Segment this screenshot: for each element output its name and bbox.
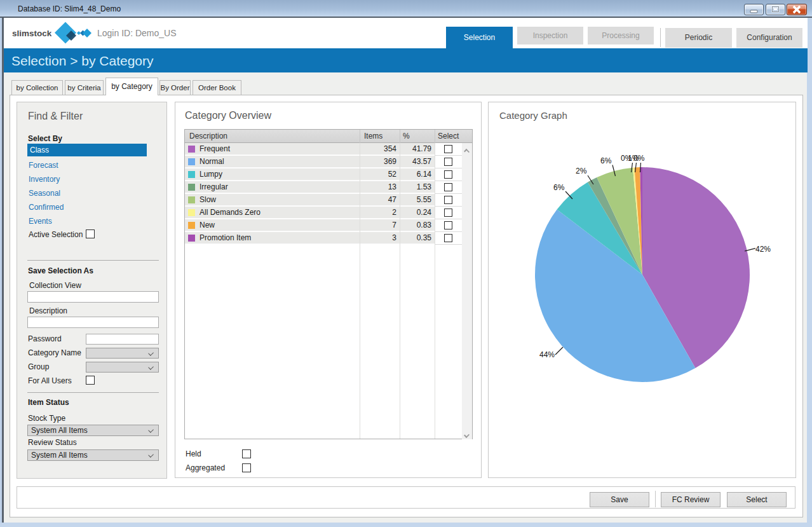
svg-text:6%: 6% bbox=[553, 183, 565, 192]
svg-text:42%: 42% bbox=[755, 245, 771, 254]
svg-text:6%: 6% bbox=[600, 156, 612, 165]
svg-text:0%: 0% bbox=[633, 154, 645, 163]
svg-text:44%: 44% bbox=[539, 350, 555, 359]
svg-text:2%: 2% bbox=[576, 167, 587, 175]
